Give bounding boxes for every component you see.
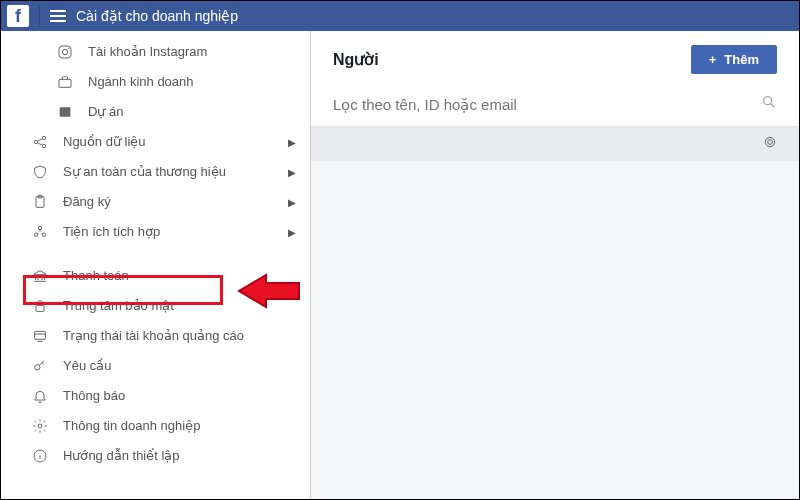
content-heading: Người — [333, 50, 691, 69]
svg-point-6 — [42, 136, 45, 139]
sidebar-item-label: Tài khoản Instagram — [88, 44, 300, 61]
chevron-right-icon: ▶ — [288, 197, 296, 208]
content-header: Người + Thêm — [311, 31, 799, 88]
key-icon — [31, 357, 49, 375]
list-area — [311, 126, 799, 500]
sidebar-item-business-info[interactable]: Thông tin doanh nghiệp — [1, 411, 310, 441]
svg-rect-3 — [59, 79, 71, 87]
chevron-right-icon: ▶ — [288, 137, 296, 148]
svg-point-12 — [42, 233, 45, 236]
sidebar-item-brand-safety[interactable]: Sự an toàn của thương hiệu ▶ — [1, 157, 310, 187]
svg-point-15 — [35, 365, 40, 370]
facebook-logo[interactable]: f — [7, 5, 29, 27]
sidebar-item-instagram[interactable]: Tài khoản Instagram — [1, 37, 310, 67]
svg-point-5 — [34, 140, 37, 143]
sidebar-item-data-sources[interactable]: Nguồn dữ liệu ▶ — [1, 127, 310, 157]
svg-point-1 — [62, 49, 67, 54]
sidebar-item-label: Tiện ích tích hợp — [63, 224, 288, 241]
folder-icon — [56, 103, 74, 121]
chevron-right-icon: ▶ — [288, 167, 296, 178]
main-area: Tài khoản Instagram Ngành kinh doanh Dự … — [1, 31, 799, 500]
svg-point-10 — [38, 226, 41, 229]
instagram-icon — [56, 43, 74, 61]
info-icon — [31, 447, 49, 465]
svg-point-7 — [42, 144, 45, 147]
sidebar-item-label: Hướng dẫn thiết lập — [63, 448, 300, 465]
add-button-label: Thêm — [724, 52, 759, 67]
chevron-right-icon: ▶ — [288, 227, 296, 238]
sidebar: Tài khoản Instagram Ngành kinh doanh Dự … — [1, 31, 311, 500]
bell-icon — [31, 387, 49, 405]
briefcase-icon — [56, 73, 74, 91]
clipboard-icon — [31, 193, 49, 211]
sidebar-item-integrations[interactable]: Tiện ích tích hợp ▶ — [1, 217, 310, 247]
sidebar-item-business-line[interactable]: Ngành kinh doanh — [1, 67, 310, 97]
svg-point-16 — [38, 424, 42, 428]
sidebar-item-security-center[interactable]: Trung tâm bảo mật — [1, 291, 310, 321]
page-title: Cài đặt cho doanh nghiệp — [76, 8, 238, 24]
sidebar-item-label: Sự an toàn của thương hiệu — [63, 164, 288, 181]
sidebar-item-label: Trung tâm bảo mật — [63, 298, 300, 315]
add-button[interactable]: + Thêm — [691, 45, 777, 74]
sidebar-item-label: Ngành kinh doanh — [88, 74, 300, 91]
search-row — [311, 88, 799, 126]
share-icon — [31, 133, 49, 151]
sidebar-item-setup-guide[interactable]: Hướng dẫn thiết lập — [1, 441, 310, 471]
sidebar-item-payments[interactable]: Thanh toán — [1, 261, 310, 291]
shield-icon — [31, 163, 49, 181]
top-bar: f Cài đặt cho doanh nghiệp — [1, 1, 799, 31]
svg-rect-13 — [36, 305, 44, 311]
plus-icon: + — [709, 52, 717, 67]
sidebar-item-label: Trạng thái tài khoản quảng cáo — [63, 328, 300, 345]
sidebar-item-label: Dự án — [88, 104, 300, 121]
integration-icon — [31, 223, 49, 241]
sidebar-item-projects[interactable]: Dự án — [1, 97, 310, 127]
svg-point-18 — [764, 97, 772, 105]
svg-point-2 — [68, 48, 69, 49]
search-icon — [761, 94, 777, 114]
gear-icon — [31, 417, 49, 435]
bank-icon — [31, 267, 49, 285]
sidebar-item-ad-account-status[interactable]: Trạng thái tài khoản quảng cáo — [1, 321, 310, 351]
sidebar-item-label: Thanh toán — [63, 268, 300, 285]
content-panel: Người + Thêm — [311, 31, 799, 500]
sidebar-item-registrations[interactable]: Đăng ký ▶ — [1, 187, 310, 217]
lock-icon — [31, 297, 49, 315]
svg-rect-4 — [60, 107, 71, 116]
list-row[interactable] — [311, 127, 799, 161]
svg-point-20 — [768, 140, 773, 145]
sidebar-item-notifications[interactable]: Thông báo — [1, 381, 310, 411]
sidebar-item-requests[interactable]: Yêu cầu — [1, 351, 310, 381]
sidebar-item-label: Thông tin doanh nghiệp — [63, 418, 300, 435]
svg-point-19 — [765, 137, 774, 146]
status-icon — [31, 327, 49, 345]
svg-point-11 — [34, 233, 37, 236]
sidebar-item-label: Nguồn dữ liệu — [63, 134, 288, 151]
sidebar-item-label: Đăng ký — [63, 194, 288, 211]
verified-badge-icon — [763, 135, 777, 153]
sidebar-item-label: Thông báo — [63, 388, 300, 405]
filter-input[interactable] — [333, 96, 761, 113]
hamburger-menu-icon[interactable] — [50, 10, 66, 22]
sidebar-item-label: Yêu cầu — [63, 358, 300, 375]
divider — [39, 6, 40, 26]
svg-rect-14 — [35, 331, 46, 339]
